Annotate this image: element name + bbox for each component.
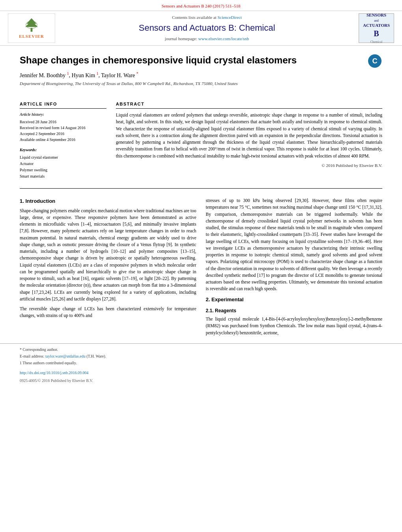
keyword-1: Liquid crystal elastomer (20, 154, 106, 161)
keyword-2: Actuator (20, 161, 106, 167)
sensors-logo-sub: Chemical (370, 40, 383, 44)
journal-title-area: Contents lists available at ScienceDirec… (55, 15, 359, 42)
science-direct-link[interactable]: ScienceDirect (218, 15, 242, 20)
corresponding-author-note: * Corresponding author. (20, 347, 382, 352)
body-right-col: stresses of up to 300 kPa being observed… (206, 197, 382, 339)
citation-line: Sensors and Actuators B 240 (2017) 511–5… (0, 0, 402, 11)
journal-header: ELSEVIER Contents lists available at Sci… (0, 11, 402, 46)
right-para1: stresses of up to 300 kPa being observed… (206, 197, 382, 293)
article-history-block: Article history: Received 28 June 2016 R… (20, 112, 106, 143)
body-section: 1. Introduction Shape-changing polymers … (0, 193, 402, 343)
svg-text:C: C (372, 57, 378, 65)
doi-link[interactable]: http://dx.doi.org/10.1016/j.snb.2016.09.… (20, 371, 89, 375)
email-note: E-mail address: taylor.ware@utdallas.edu… (20, 354, 382, 359)
sensors-logo-b: B (374, 28, 379, 39)
abstract-header: ABSTRACT (116, 101, 382, 109)
section-divider (20, 188, 382, 189)
article-info-header: ARTICLE INFO (20, 101, 106, 109)
footnote-1: 1 These authors contributed equally. (20, 360, 382, 366)
footer-issn: 0925-4005/© 2016 Published by Elsevier B… (0, 377, 402, 387)
received-date: Received 28 June 2016 (20, 119, 106, 125)
elsevier-label-text: ELSEVIER (19, 33, 44, 39)
intro-para1: Shape-changing polymers enable complex m… (20, 208, 196, 303)
elsevier-logo: ELSEVIER (8, 13, 55, 43)
keyword-4: Smart materials (20, 173, 106, 180)
sensors-logo: SENSORSandACTUATORS B Chemical (359, 13, 394, 43)
author-email-link[interactable]: taylor.ware@utdallas.edu (45, 354, 86, 358)
elsevier-tree-icon (22, 17, 41, 33)
abstract-col: ABSTRACT Liquid crystal elastomers are o… (116, 101, 382, 180)
authors-line: Jennifer M. Boothby 1, Hyun Kim 1, Taylo… (20, 71, 382, 79)
homepage-line: journal homepage: www.elsevier.com/locat… (55, 36, 359, 42)
intro-para2: The reversible shape change of LCEs has … (20, 306, 196, 319)
keywords-block: Keywords: Liquid crystal elastomer Actua… (20, 147, 106, 180)
crossmark-icon: C (367, 54, 382, 69)
article-title-section: Shape changes in chemoresponsive liquid … (0, 46, 402, 97)
history-label: Article history: (20, 112, 106, 117)
footer-notes: * Corresponding author. E-mail address: … (0, 343, 402, 369)
revised-date: Received in revised form 14 August 2016 (20, 125, 106, 131)
homepage-link[interactable]: www.elsevier.com/locate/snb (198, 36, 249, 41)
article-info-col: ARTICLE INFO Article history: Received 2… (20, 101, 106, 180)
subsection2-1-title: 2.1. Reagents (206, 307, 382, 314)
accepted-date: Accepted 2 September 2016 (20, 131, 106, 137)
contents-available-line: Contents lists available at ScienceDirec… (55, 15, 359, 20)
body-left-col: 1. Introduction Shape-changing polymers … (20, 197, 196, 339)
keyword-3: Polymer swelling (20, 167, 106, 173)
affiliation-line: Department of Bioengineering, The Univer… (20, 81, 382, 87)
journal-title: Sensors and Actuators B: Chemical (55, 22, 359, 34)
section2-title: 2. Experimental (206, 296, 382, 304)
abstract-text: Liquid crystal elastomers are ordered po… (116, 112, 382, 159)
footer-doi: http://dx.doi.org/10.1016/j.snb.2016.09.… (0, 369, 402, 377)
reagents-para: The liquid crystal molecule 1,4-Bis-[4-(… (206, 316, 382, 336)
article-info-abstract-section: ARTICLE INFO Article history: Received 2… (0, 97, 402, 184)
keywords-label: Keywords: (20, 147, 106, 153)
available-date: Available online 4 September 2016 (20, 137, 106, 143)
article-title: Shape changes in chemoresponsive liquid … (20, 54, 359, 67)
introduction-title: 1. Introduction (20, 197, 196, 205)
copyright-line: © 2016 Published by Elsevier B.V. (116, 163, 382, 169)
sensors-logo-text: SENSORSandACTUATORS (363, 13, 390, 28)
